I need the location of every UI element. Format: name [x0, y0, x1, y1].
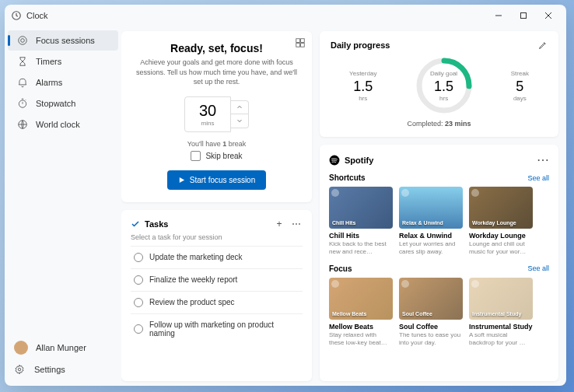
alarm-icon — [17, 77, 28, 88]
sidebar-item-label: Timers — [36, 57, 61, 66]
stat-value: 5 — [511, 79, 529, 95]
task-label: Follow up with marketing on product nami… — [149, 320, 299, 338]
playlist-item[interactable]: Workday Lounge Workday Lounge Lounge and… — [469, 187, 533, 257]
user-account[interactable]: Allan Munger — [5, 336, 121, 359]
spotify-badge-icon — [471, 280, 479, 288]
playlist-item[interactable]: Mellow Beats Mellow Beats Stay relaxed w… — [329, 278, 393, 348]
focus-icon — [17, 35, 28, 46]
sidebar-item-label: World clock — [36, 120, 80, 129]
stopwatch-icon — [17, 98, 28, 109]
spotify-more-button[interactable]: ⋯ — [537, 152, 549, 167]
spotify-badge-icon — [401, 189, 409, 197]
stat-value: 1.5 — [434, 79, 453, 95]
add-task-button[interactable]: + — [273, 218, 285, 230]
avatar — [14, 341, 28, 355]
playlist-desc: Lounge and chill out music for your wor… — [469, 240, 533, 257]
app-window: Clock Focus sessions Timers Alarms — [5, 5, 566, 386]
playlist-cover: Workday Lounge — [469, 187, 533, 229]
spotify-badge-icon — [331, 189, 339, 197]
clock-app-icon — [11, 10, 22, 21]
minimize-button[interactable] — [487, 8, 510, 23]
completed-text: Completed: 23 mins — [331, 120, 548, 128]
spotify-brand: Spotify — [345, 156, 532, 165]
start-button-label: Start focus session — [190, 176, 255, 184]
stat-label: Streak — [511, 70, 529, 77]
task-item[interactable]: Follow up with marketing on product nami… — [131, 313, 303, 344]
stat-unit: days — [511, 95, 529, 102]
task-radio[interactable] — [134, 324, 143, 334]
tasks-check-icon — [131, 219, 140, 229]
playlist-name: Instrumental Study — [469, 323, 533, 331]
playlist-item[interactable]: Relax & Unwind Relax & Unwind Let your w… — [399, 187, 463, 257]
focus-session-card: Ready, set, focus! Achieve your goals an… — [121, 31, 312, 202]
svg-point-7 — [19, 100, 26, 107]
task-item[interactable]: Review the product spec — [131, 291, 303, 313]
close-button[interactable] — [537, 8, 560, 23]
sidebar-item-world-clock[interactable]: World clock — [8, 114, 118, 135]
task-radio[interactable] — [134, 253, 143, 262]
hourglass-icon — [17, 56, 28, 67]
start-focus-button[interactable]: Start focus session — [167, 170, 266, 190]
task-item[interactable]: Finalize the weekly report — [131, 268, 303, 291]
playlist-item[interactable]: Instrumental Study Instrumental Study A … — [469, 278, 533, 348]
playlist-name: Relax & Unwind — [399, 232, 463, 240]
playlist-desc: Let your worries and cares slip away. — [399, 240, 463, 257]
skip-break-checkbox[interactable] — [191, 151, 201, 161]
tasks-card: Tasks + ⋯ Select a task for your session… — [121, 210, 312, 381]
sidebar-item-settings[interactable]: Settings — [5, 359, 121, 380]
see-all-link[interactable]: See all — [527, 174, 549, 182]
maximize-button[interactable] — [512, 8, 535, 23]
daily-progress-card: Daily progress Yesterday 1.5 hrs — [320, 31, 558, 137]
duration-input[interactable]: 30 mins — [184, 96, 231, 132]
stat-label: Daily goal — [430, 70, 457, 77]
svg-rect-12 — [296, 44, 300, 47]
compact-view-icon[interactable] — [295, 37, 306, 48]
see-all-link[interactable]: See all — [527, 264, 549, 272]
edit-goal-button[interactable] — [538, 40, 548, 50]
sidebar-item-focus-sessions[interactable]: Focus sessions — [8, 30, 118, 51]
sidebar-item-label: Alarms — [36, 78, 62, 87]
stat-value: 1.5 — [349, 79, 376, 95]
sidebar-item-alarms[interactable]: Alarms — [8, 72, 118, 93]
duration-value: 30 — [199, 102, 216, 120]
task-item[interactable]: Update the marketing deck — [131, 246, 303, 268]
playlist-cover: Chill Hits — [329, 187, 393, 229]
playlist-cover: Instrumental Study — [469, 278, 533, 320]
progress-ring: Daily goal 1.5 hrs — [415, 56, 474, 115]
playlist-cover: Mellow Beats — [329, 278, 393, 320]
progress-title: Daily progress — [331, 40, 538, 50]
sidebar-item-stopwatch[interactable]: Stopwatch — [8, 93, 118, 114]
spotify-card: Spotify ⋯ Shortcuts See all Chill Hits C… — [320, 145, 558, 381]
svg-rect-10 — [296, 39, 300, 43]
duration-increase-button[interactable] — [231, 101, 248, 114]
focus-subtitle: Achieve your goals and get more done wit… — [135, 58, 298, 87]
playlist-desc: Kick back to the best new and rece… — [329, 240, 393, 257]
playlist-desc: The tunes to ease you into your day. — [399, 331, 463, 348]
globe-icon — [17, 119, 28, 130]
titlebar: Clock — [5, 5, 566, 26]
sidebar: Focus sessions Timers Alarms Stopwatch W… — [5, 26, 121, 386]
duration-unit: mins — [199, 120, 216, 127]
task-radio[interactable] — [134, 275, 143, 285]
streak-stat: Streak 5 days — [511, 70, 529, 102]
svg-point-6 — [21, 39, 25, 43]
playlist-item[interactable]: Soul Coffee Soul Coffee The tunes to eas… — [399, 278, 463, 348]
playlist-desc: A soft musical backdrop for your … — [469, 331, 533, 348]
tasks-more-button[interactable]: ⋯ — [290, 218, 303, 230]
task-label: Finalize the weekly report — [149, 275, 237, 284]
duration-decrease-button[interactable] — [231, 114, 248, 128]
svg-rect-2 — [521, 13, 527, 19]
spotify-badge-icon — [471, 189, 479, 197]
task-label: Update the marketing deck — [149, 253, 243, 261]
settings-label: Settings — [34, 365, 65, 374]
task-radio[interactable] — [134, 298, 143, 307]
play-icon — [178, 177, 185, 184]
svg-point-5 — [19, 37, 27, 45]
sidebar-item-label: Focus sessions — [36, 36, 95, 45]
playlist-item[interactable]: Chill Hits Chill Hits Kick back to the b… — [329, 187, 393, 257]
playlist-desc: Stay relaxed with these low-key beat… — [329, 331, 393, 348]
gear-icon — [14, 364, 25, 375]
sidebar-item-timers[interactable]: Timers — [8, 51, 118, 72]
stat-unit: hrs — [349, 95, 376, 102]
yesterday-stat: Yesterday 1.5 hrs — [349, 70, 376, 102]
